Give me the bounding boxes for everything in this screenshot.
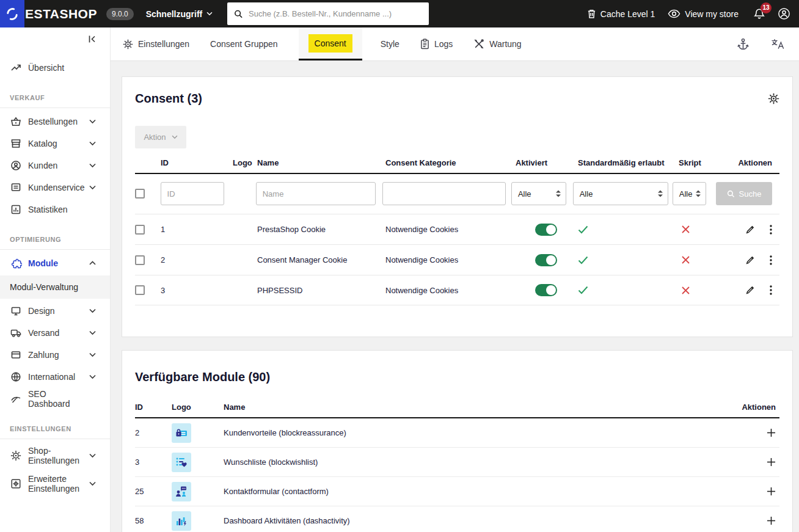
monitor-icon <box>10 305 22 316</box>
chevron-down-icon <box>89 352 96 357</box>
enabled-toggle-on[interactable] <box>535 284 557 296</box>
dashactivity-logo-icon <box>172 511 191 531</box>
sidebar-item-shop-einstellungen[interactable]: Shop-Einstellungen <box>0 442 110 470</box>
module-row-dashactivity: 58 Dashboard Aktivitäten (dashactivity) <box>135 506 779 532</box>
sidebar-item-versand[interactable]: Versand <box>0 322 110 344</box>
notifications-button[interactable]: 13 <box>754 8 765 20</box>
sidebar-item-katalog[interactable]: Katalog <box>0 133 110 155</box>
page-content: Consent (3) Aktion ID Logo <box>111 61 799 532</box>
sidebar-item-uebersicht[interactable]: Übersicht <box>0 57 110 79</box>
clear-cache-button[interactable]: Cache Level 1 <box>587 9 655 19</box>
add-module-button[interactable] <box>767 516 776 525</box>
tab-wartung[interactable]: Wartung <box>473 27 521 60</box>
sidebar-item-module[interactable]: Module <box>0 252 110 274</box>
row-checkbox[interactable] <box>135 225 145 235</box>
sidebar-item-zahlung[interactable]: Zahlung <box>0 344 110 366</box>
select-arrows-icon <box>696 190 701 197</box>
row-checkbox[interactable] <box>135 285 145 295</box>
account-menu-button[interactable] <box>778 7 790 20</box>
enabled-toggle-on[interactable] <box>535 224 557 236</box>
add-module-button[interactable] <box>767 457 776 467</box>
sidebar-item-bestellungen[interactable]: Bestellungen <box>0 111 110 133</box>
enabled-toggle-on[interactable] <box>535 254 557 266</box>
tab-consent[interactable]: Consent <box>299 27 362 60</box>
consent-panel-title: Consent (3) <box>135 92 202 106</box>
tools-icon <box>473 38 484 49</box>
main-area: Einstellungen Consent Gruppen Consent St… <box>110 27 799 532</box>
person-circle-icon <box>10 160 22 171</box>
edit-button[interactable] <box>745 285 755 295</box>
panel-settings-button[interactable] <box>768 93 779 104</box>
consent-panel: Consent (3) Aktion ID Logo <box>122 76 793 337</box>
translate-button[interactable] <box>771 38 784 49</box>
sidebar-item-seo-dashboard[interactable]: SEO Dashboard <box>0 388 110 410</box>
tab-logs[interactable]: Logs <box>420 27 453 60</box>
search-icon <box>727 190 735 198</box>
filter-category-input[interactable] <box>382 182 506 205</box>
pencil-icon <box>745 255 755 265</box>
sidebar-item-international[interactable]: International <box>0 366 110 388</box>
row-checkbox[interactable] <box>135 255 145 265</box>
add-module-button[interactable] <box>767 428 776 437</box>
chevron-down-icon <box>89 119 96 124</box>
quick-access-dropdown[interactable]: Schnellzugriff <box>146 9 213 19</box>
collapse-icon <box>88 35 97 43</box>
sidebar-item-kundenservice[interactable]: Kundenservice <box>0 177 110 199</box>
tab-einstellungen[interactable]: Einstellungen <box>123 27 189 60</box>
blockreassurance-logo-icon <box>172 423 191 443</box>
modules-panel-title: Verfügbare Module (90) <box>135 370 270 384</box>
chevron-down-icon <box>89 453 96 458</box>
tab-consent-gruppen[interactable]: Consent Gruppen <box>210 27 278 60</box>
select-all-checkbox[interactable] <box>135 189 145 199</box>
cross-icon <box>682 286 690 294</box>
check-icon <box>578 225 588 234</box>
puzzle-icon <box>10 258 22 269</box>
plus-icon <box>767 457 776 467</box>
filter-name-input[interactable] <box>256 182 376 205</box>
modules-table-header: ID Logo Name Aktionen <box>135 403 779 418</box>
contactform-logo-icon <box>172 482 191 501</box>
chevron-down-icon <box>89 481 96 486</box>
tab-style[interactable]: Style <box>381 27 400 60</box>
seo-gauge-icon <box>10 393 22 404</box>
edit-button[interactable] <box>745 255 755 265</box>
view-store-link[interactable]: View my store <box>668 9 739 19</box>
sidebar-item-statistiken[interactable]: Statistiken <box>0 199 110 220</box>
prestashop-logo[interactable]: ESTASHOP <box>0 0 97 27</box>
pencil-icon <box>745 285 755 295</box>
module-row-blockwishlist: 3 Wunschliste (blockwishlist) <box>135 448 779 477</box>
anchor-link-button[interactable] <box>737 38 749 51</box>
filter-script-select[interactable]: Alle <box>673 182 706 205</box>
module-tabbar: Einstellungen Consent Gruppen Consent St… <box>111 27 799 61</box>
more-options-button[interactable] <box>770 255 772 265</box>
module-row-contactform: 25 Kontaktformular (contactform) <box>135 477 779 506</box>
edit-button[interactable] <box>745 225 755 235</box>
filter-default-select[interactable]: Alle <box>573 182 668 205</box>
chevron-down-icon <box>89 141 96 146</box>
bulk-action-dropdown[interactable]: Aktion <box>135 126 186 148</box>
consent-row-1: 1 PrestaShop Cookie Notwendige Cookies <box>135 214 779 244</box>
anchor-icon <box>737 38 749 51</box>
filter-enabled-select[interactable]: Alle <box>511 182 566 205</box>
consent-table-header: ID Logo Name Consent Kategorie Aktiviert… <box>135 158 779 174</box>
chevron-down-icon <box>89 185 96 190</box>
sidebar-collapse-button[interactable] <box>0 32 110 43</box>
add-module-button[interactable] <box>767 487 776 496</box>
filter-id-input[interactable] <box>161 182 224 205</box>
check-icon <box>578 256 588 264</box>
sidebar-item-modul-verwaltung[interactable]: Modul-Verwaltung <box>0 275 110 299</box>
plus-icon <box>767 516 776 525</box>
filter-search-button[interactable]: Suche <box>716 182 772 205</box>
basket-icon <box>10 116 22 127</box>
sidebar-item-erweiterte-einstellungen[interactable]: Erweiterte Einstellungen <box>0 470 110 498</box>
chevron-down-icon <box>89 163 96 168</box>
consent-filter-row: Alle Alle <box>135 174 779 214</box>
sidebar-item-design[interactable]: Design <box>0 300 110 322</box>
sidebar-item-kunden[interactable]: Kunden <box>0 155 110 177</box>
chevron-down-icon <box>206 12 213 16</box>
more-options-button[interactable] <box>770 225 772 235</box>
search-input[interactable] <box>249 9 422 18</box>
kebab-icon <box>770 285 772 295</box>
globe-icon <box>10 371 22 382</box>
more-options-button[interactable] <box>770 285 772 295</box>
